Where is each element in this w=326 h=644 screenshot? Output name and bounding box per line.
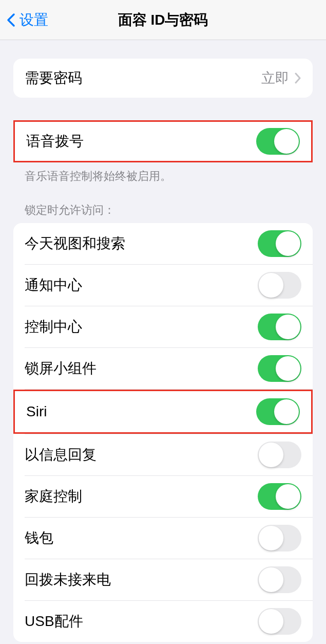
navigation-header: 设置 面容 ID与密码 (0, 0, 326, 40)
lock-access-row: 今天视图和搜索 (13, 223, 313, 264)
lock-access-row: 通知中心 (13, 265, 313, 306)
voice-dial-footer: 音乐语音控制将始终被启用。 (13, 162, 313, 184)
lock-access-toggle[interactable] (258, 525, 301, 551)
lock-access-row: Siri (15, 391, 311, 432)
lock-access-label: 通知中心 (25, 275, 82, 295)
lock-access-label: Siri (26, 403, 47, 420)
voice-dial-group: 语音拨号 (13, 120, 313, 162)
lock-access-label: 以信息回复 (25, 445, 97, 465)
lock-access-label: 今天视图和搜索 (25, 234, 125, 253)
lock-access-label: USB配件 (25, 612, 83, 631)
lock-access-group: 今天视图和搜索通知中心控制中心锁屏小组件Siri以信息回复家庭控制钱包回拨未接来… (13, 223, 313, 642)
lock-access-toggle[interactable] (258, 230, 301, 257)
page-title: 面容 ID与密码 (118, 10, 208, 30)
voice-dial-row: 语音拨号 (15, 122, 311, 161)
lock-access-row: 回拨未接来电 (13, 559, 313, 600)
back-button[interactable]: 设置 (6, 10, 48, 30)
voice-dial-toggle[interactable] (256, 128, 300, 155)
lock-access-label: 回拨未接来电 (25, 570, 111, 590)
lock-access-row: 以信息回复 (13, 434, 313, 475)
lock-access-toggle[interactable] (258, 608, 301, 635)
chevron-left-icon (6, 13, 15, 27)
lock-access-toggle[interactable] (258, 355, 301, 382)
lock-access-toggle[interactable] (256, 398, 300, 425)
require-passcode-group: 需要密码 立即 (13, 59, 313, 98)
lock-access-toggle[interactable] (258, 483, 301, 510)
lock-access-header: 锁定时允许访问： (13, 203, 313, 223)
lock-access-toggle[interactable] (258, 566, 301, 593)
require-passcode-row[interactable]: 需要密码 立即 (13, 59, 313, 98)
lock-access-toggle[interactable] (258, 272, 301, 299)
siri-highlight: Siri (13, 390, 313, 434)
voice-dial-label: 语音拨号 (26, 132, 84, 151)
lock-access-row: 钱包 (13, 518, 313, 559)
lock-access-toggle[interactable] (258, 314, 301, 340)
lock-access-label: 家庭控制 (25, 487, 82, 506)
lock-access-label: 钱包 (25, 528, 53, 548)
chevron-right-icon (294, 72, 301, 84)
lock-access-row: 锁屏小组件 (13, 348, 313, 389)
usb-footer: iPhone锁定超过一小时后，需先解锁iPhone才能允许USB配件连接。 (13, 642, 313, 644)
lock-access-row: 家庭控制 (13, 476, 313, 517)
lock-access-label: 控制中心 (25, 317, 82, 337)
back-label: 设置 (20, 10, 48, 30)
lock-access-toggle[interactable] (258, 441, 301, 468)
require-passcode-label: 需要密码 (25, 68, 82, 88)
lock-access-row: USB配件 (13, 601, 313, 642)
lock-access-row: 控制中心 (13, 306, 313, 347)
require-passcode-value: 立即 (261, 69, 289, 87)
lock-access-label: 锁屏小组件 (25, 359, 97, 378)
